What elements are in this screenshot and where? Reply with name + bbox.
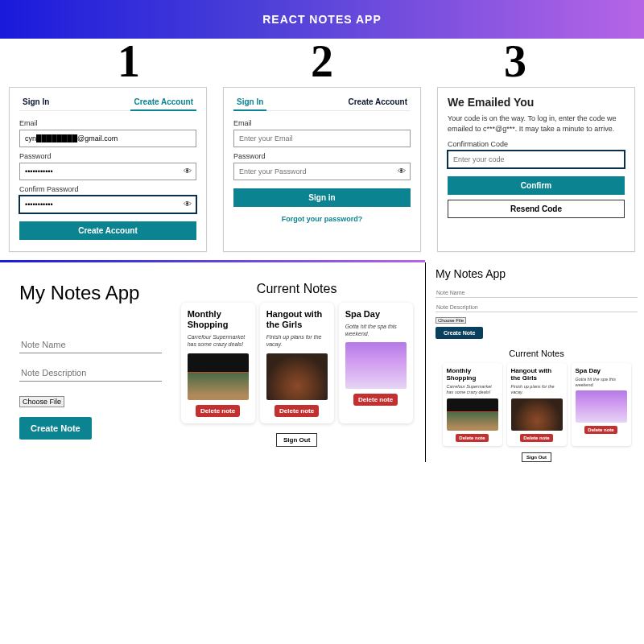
eye-icon[interactable]: 👁 xyxy=(184,200,192,208)
step-2-label: 2 xyxy=(311,39,333,84)
note-image xyxy=(511,398,563,431)
current-notes-panel: Current Notes Monthly Shopping Carrefour… xyxy=(171,266,422,462)
note-card: Spa Day Gotta hit the spa this weekend. … xyxy=(339,303,413,423)
notes-grid: Monthly Shopping Carrefour Supermarket h… xyxy=(171,303,422,423)
email-input[interactable] xyxy=(233,130,411,147)
current-notes-heading: Current Notes xyxy=(171,282,422,296)
tab-sign-in[interactable]: Sign In xyxy=(19,96,52,110)
confirm-password-label: Confirm Password xyxy=(19,185,196,193)
note-description: Finish up plans for the vacay. xyxy=(511,384,563,394)
auth-cards-row: Sign In Create Account Email Password 👁 … xyxy=(0,84,644,260)
note-image xyxy=(447,398,498,431)
sign-in-card: Sign In Create Account Email Password 👁 … xyxy=(223,87,421,252)
delete-note-button[interactable]: Delete note xyxy=(456,434,488,442)
delete-note-button[interactable]: Delete note xyxy=(353,394,398,406)
code-label: Confirmation Code xyxy=(448,140,625,148)
auth-tabs: Sign In Create Account xyxy=(19,96,196,111)
create-note-form: My Notes App Choose File Create Note xyxy=(3,266,170,462)
note-description: Finish up plans for the vacay. xyxy=(266,333,328,348)
notes-app-large: My Notes App Choose File Create Note Cur… xyxy=(0,262,425,462)
step-3-label: 3 xyxy=(504,39,526,84)
note-card: Spa Day Gotta hit the spa this weekend. … xyxy=(572,363,631,446)
note-image xyxy=(266,353,328,400)
confirmation-title: We Emailed You xyxy=(448,96,625,109)
delete-note-button[interactable]: Delete note xyxy=(196,405,240,417)
note-description: Gotta hit the spa this weekend. xyxy=(576,377,627,387)
auth-tabs: Sign In Create Account xyxy=(233,96,411,111)
note-description-input[interactable] xyxy=(19,365,162,382)
confirm-password-input[interactable] xyxy=(19,196,196,213)
note-image xyxy=(188,353,249,400)
confirm-button[interactable]: Confirm xyxy=(448,176,625,195)
note-title: Monthly Shopping xyxy=(188,309,249,330)
note-card: Monthly Shopping Carrefour Supermarket h… xyxy=(443,363,502,446)
tab-sign-in[interactable]: Sign In xyxy=(233,96,266,111)
confirmation-subtitle: Your code is on the way. To log in, ente… xyxy=(448,114,625,134)
app-title: My Notes App xyxy=(436,267,506,280)
email-label: Email xyxy=(19,119,196,127)
note-description-input[interactable] xyxy=(436,303,638,312)
step-numbers-row: 1 2 3 xyxy=(0,39,644,84)
notes-grid: Monthly Shopping Carrefour Supermarket h… xyxy=(436,363,638,446)
step-1-label: 1 xyxy=(118,39,140,84)
delete-note-button[interactable]: Delete note xyxy=(275,405,319,417)
notes-app-small: My Notes App Choose File Create Note Cur… xyxy=(425,262,644,462)
password-input[interactable] xyxy=(233,163,411,180)
create-note-button[interactable]: Create Note xyxy=(436,327,483,339)
confirmation-code-input[interactable] xyxy=(448,151,625,168)
delete-note-button[interactable]: Delete note xyxy=(584,426,617,434)
sign-out-button[interactable]: Sign Out xyxy=(276,433,317,447)
current-notes-heading: Current Notes xyxy=(436,349,638,358)
note-description: Carrefour Supermarket has some crazy dea… xyxy=(188,333,249,348)
note-image xyxy=(576,390,627,423)
note-card: Hangout with the Girls Finish up plans f… xyxy=(260,303,334,423)
note-title: Spa Day xyxy=(576,367,627,374)
note-title: Monthly Shopping xyxy=(447,367,498,382)
eye-icon[interactable]: 👁 xyxy=(398,167,406,175)
tab-create-account[interactable]: Create Account xyxy=(345,96,411,110)
note-card: Monthly Shopping Carrefour Supermarket h… xyxy=(181,303,255,423)
note-card: Hangout with the Girls Finish up plans f… xyxy=(507,363,567,446)
resend-code-button[interactable]: Resend Code xyxy=(448,200,625,218)
delete-note-button[interactable]: Delete note xyxy=(520,434,552,442)
note-title: Hangout with the Girls xyxy=(266,309,328,330)
note-description: Gotta hit the spa this weekend. xyxy=(345,323,407,337)
note-name-input[interactable] xyxy=(436,288,638,298)
note-description: Carrefour Supermarket has some crazy dea… xyxy=(447,384,498,394)
app-header-title: REACT NOTES APP xyxy=(262,13,382,26)
note-image xyxy=(345,342,407,389)
create-account-card: Sign In Create Account Email Password 👁 … xyxy=(9,87,207,252)
create-note-form-small: My Notes App Choose File Create Note xyxy=(436,267,638,339)
sign-in-button[interactable]: Sign in xyxy=(233,188,411,207)
note-name-input[interactable] xyxy=(19,336,162,353)
password-label: Password xyxy=(233,152,411,160)
app-title: My Notes App xyxy=(19,282,162,304)
create-note-button[interactable]: Create Note xyxy=(19,417,92,440)
bottom-demos: My Notes App Choose File Create Note Cur… xyxy=(0,262,644,462)
password-label: Password xyxy=(19,152,196,160)
email-input[interactable] xyxy=(19,130,196,147)
create-account-button[interactable]: Create Account xyxy=(19,221,196,240)
tab-create-account[interactable]: Create Account xyxy=(130,96,196,111)
app-header: REACT NOTES APP xyxy=(0,0,644,39)
email-label: Email xyxy=(233,119,411,127)
choose-file-button[interactable]: Choose File xyxy=(436,317,466,324)
sign-out-button[interactable]: Sign Out xyxy=(522,452,551,462)
eye-icon[interactable]: 👁 xyxy=(184,167,192,175)
note-title: Hangout with the Girls xyxy=(511,367,563,382)
note-title: Spa Day xyxy=(345,309,407,320)
choose-file-button[interactable]: Choose File xyxy=(19,396,64,407)
forgot-password-link[interactable]: Forgot your password? xyxy=(233,215,411,223)
confirmation-card: We Emailed You Your code is on the way. … xyxy=(437,87,635,252)
password-input[interactable] xyxy=(19,163,196,180)
